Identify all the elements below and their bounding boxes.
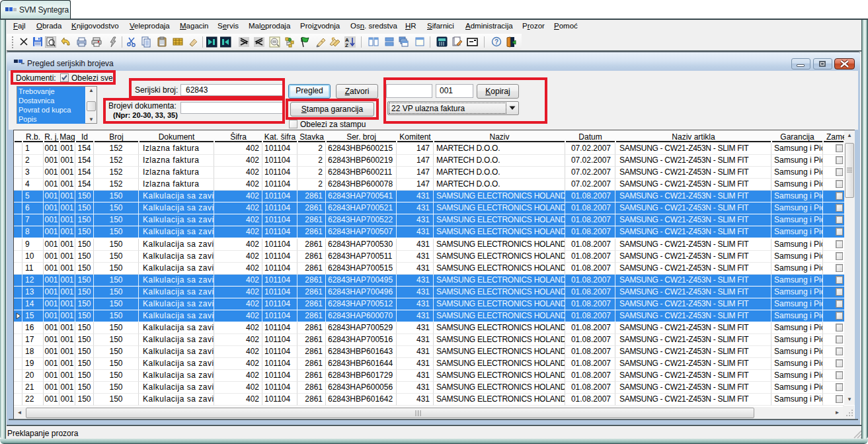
svg-text:?: ? bbox=[494, 38, 498, 46]
svg-text:Z: Z bbox=[345, 42, 348, 48]
